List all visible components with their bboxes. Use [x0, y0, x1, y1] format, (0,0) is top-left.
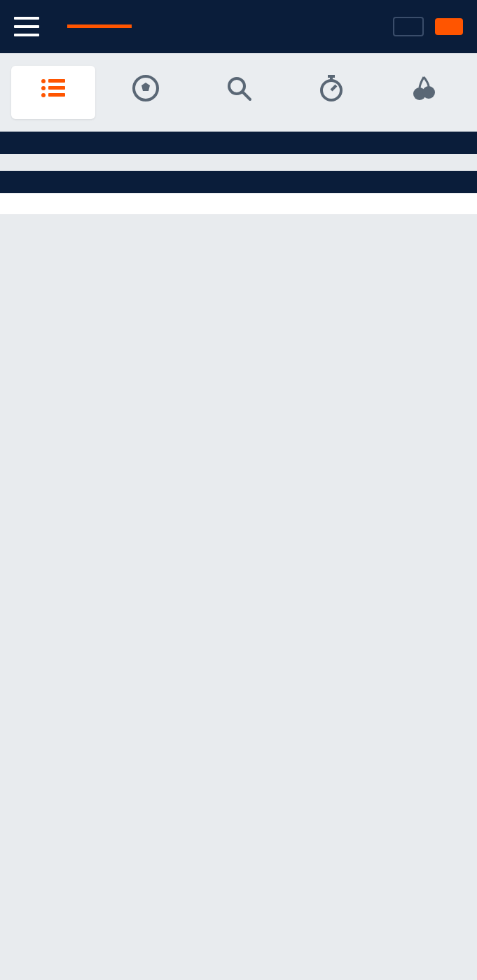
svg-line-11: [331, 85, 336, 90]
search-icon: [225, 74, 253, 102]
svg-rect-1: [48, 79, 65, 83]
svg-rect-3: [48, 86, 65, 90]
cherry-icon: [410, 74, 438, 102]
menu-button[interactable]: [14, 13, 48, 41]
nav-search[interactable]: [196, 66, 280, 119]
app-header: [0, 0, 477, 53]
logo[interactable]: [59, 24, 382, 29]
az-sports-header: [0, 171, 477, 193]
svg-point-0: [41, 79, 46, 83]
nav-uefa[interactable]: [104, 66, 188, 119]
list-icon: [39, 74, 67, 102]
nav-casino[interactable]: [382, 66, 466, 119]
svg-point-2: [41, 86, 46, 90]
svg-marker-7: [141, 83, 150, 91]
svg-point-4: [41, 93, 46, 97]
top-sports-header: [0, 132, 477, 154]
join-button[interactable]: [435, 18, 463, 35]
svg-line-9: [243, 92, 250, 99]
svg-point-15: [422, 86, 435, 99]
soccer-icon: [132, 74, 160, 102]
svg-rect-5: [48, 93, 65, 97]
stopwatch-icon: [317, 74, 345, 102]
nav-live[interactable]: [289, 66, 373, 119]
login-button[interactable]: [393, 17, 424, 36]
nav-sports[interactable]: [11, 66, 95, 119]
main-nav: [0, 53, 477, 132]
